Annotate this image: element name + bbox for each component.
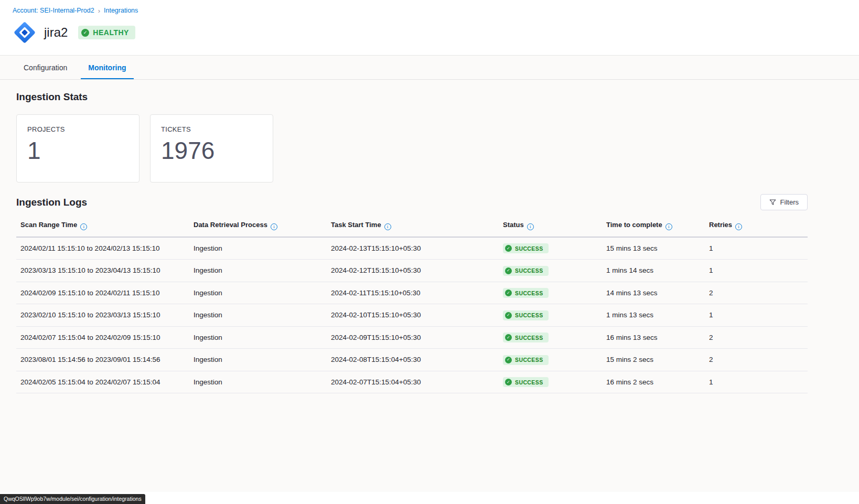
retries-cell: 2 — [705, 349, 808, 371]
filters-button[interactable]: Filters — [760, 194, 808, 210]
table-row: 2024/02/11 15:15:10 to 2024/02/13 15:15:… — [16, 237, 808, 260]
table-row: 2023/03/13 15:15:10 to 2023/04/13 15:15:… — [16, 260, 808, 282]
retries-cell: 1 — [705, 371, 808, 393]
check-icon: ✓ — [505, 245, 512, 252]
status-cell: ✓SUCCESS — [499, 349, 602, 371]
retries-cell: 1 — [705, 260, 808, 282]
status-badge: ✓SUCCESS — [503, 333, 549, 342]
col-retries: Retriesi — [705, 215, 808, 237]
process-cell: Ingestion — [189, 237, 327, 260]
col-data-retrieval-process: Data Retrieval Processi — [189, 215, 327, 237]
ingestion-logs-header-row: Ingestion Logs Filters — [16, 194, 808, 210]
task-start-cell: 2024-02-07T15:15:04+05:30 — [327, 371, 499, 393]
task-start-cell: 2024-02-11T15:15:10+05:30 — [327, 282, 499, 304]
check-icon: ✓ — [505, 312, 512, 319]
table-row: 2024/02/05 15:15:04 to 2024/02/07 15:15:… — [16, 371, 808, 393]
table-row: 2023/02/10 15:15:10 to 2023/03/13 15:15:… — [16, 304, 808, 327]
info-icon[interactable]: i — [665, 223, 672, 230]
scan-range-cell: 2023/03/13 15:15:10 to 2023/04/13 15:15:… — [16, 260, 189, 282]
health-status-label: HEALTHY — [93, 28, 129, 37]
col-scan-range-time: Scan Range Timei — [16, 215, 189, 237]
time-to-complete-cell: 16 mins 2 secs — [602, 371, 705, 393]
info-icon[interactable]: i — [271, 223, 277, 230]
page-title: jira2 — [44, 25, 68, 40]
status-badge: ✓SUCCESS — [503, 243, 549, 253]
info-icon[interactable]: i — [735, 223, 742, 230]
time-to-complete-cell: 1 mins 13 secs — [602, 304, 705, 327]
status-badge: ✓SUCCESS — [503, 288, 549, 298]
col-status: Statusi — [499, 215, 602, 237]
scan-range-cell: 2023/08/01 15:14:56 to 2023/09/01 15:14:… — [16, 349, 189, 371]
stat-card-label: PROJECTS — [27, 125, 128, 133]
tabs-bar: Configuration Monitoring — [0, 56, 859, 80]
filter-funnel-icon — [769, 199, 776, 206]
monitoring-content: Ingestion Stats PROJECTS 1 TICKETS 1976 … — [0, 80, 859, 393]
task-start-cell: 2024-02-13T15:15:10+05:30 — [327, 237, 499, 260]
info-icon[interactable]: i — [80, 223, 87, 230]
check-icon: ✓ — [505, 267, 512, 274]
scan-range-cell: 2024/02/09 15:15:10 to 2024/02/11 15:15:… — [16, 282, 189, 304]
info-icon[interactable]: i — [527, 223, 534, 230]
table-row: 2024/02/07 15:15:04 to 2024/02/09 15:15:… — [16, 326, 808, 349]
health-status-badge: ✓ HEALTHY — [78, 26, 135, 39]
retries-cell: 1 — [705, 304, 808, 327]
tab-configuration[interactable]: Configuration — [16, 56, 74, 79]
status-badge: ✓SUCCESS — [503, 266, 549, 276]
time-to-complete-cell: 1 mins 14 secs — [602, 260, 705, 282]
process-cell: Ingestion — [189, 260, 327, 282]
link-preview-statusbar: QwqOSlIWp9ob7w/module/sei/configuration/… — [0, 494, 145, 504]
status-badge: ✓SUCCESS — [503, 377, 549, 387]
check-icon: ✓ — [81, 29, 89, 37]
col-time-to-complete: Time to completei — [602, 215, 705, 237]
time-to-complete-cell: 15 mins 13 secs — [602, 237, 705, 260]
table-row: 2023/08/01 15:14:56 to 2023/09/01 15:14:… — [16, 349, 808, 371]
process-cell: Ingestion — [189, 282, 327, 304]
stat-card-label: TICKETS — [161, 125, 262, 133]
task-start-cell: 2024-02-12T15:15:10+05:30 — [327, 260, 499, 282]
task-start-cell: 2024-02-08T15:15:04+05:30 — [327, 349, 499, 371]
scan-range-cell: 2023/02/10 15:15:10 to 2023/03/13 15:15:… — [16, 304, 189, 327]
chevron-right-icon: › — [98, 7, 100, 14]
filters-button-label: Filters — [780, 198, 799, 206]
task-start-cell: 2024-02-09T15:15:10+05:30 — [327, 326, 499, 349]
process-cell: Ingestion — [189, 371, 327, 393]
status-badge: ✓SUCCESS — [503, 355, 549, 365]
jira-logo-icon — [13, 20, 37, 45]
time-to-complete-cell: 16 mins 13 secs — [602, 326, 705, 349]
status-badge: ✓SUCCESS — [503, 310, 549, 320]
breadcrumb: Account: SEI-Internal-Prod2 › Integratio… — [13, 7, 846, 14]
check-icon: ✓ — [505, 357, 512, 363]
table-row: 2024/02/09 15:15:10 to 2024/02/11 15:15:… — [16, 282, 808, 304]
stat-card-value: 1976 — [161, 138, 262, 163]
process-cell: Ingestion — [189, 304, 327, 327]
status-cell: ✓SUCCESS — [499, 260, 602, 282]
status-cell: ✓SUCCESS — [499, 237, 602, 260]
scan-range-cell: 2024/02/05 15:15:04 to 2024/02/07 15:15:… — [16, 371, 189, 393]
process-cell: Ingestion — [189, 326, 327, 349]
ingestion-logs-table: Scan Range Timei Data Retrieval Processi… — [16, 215, 808, 393]
col-task-start-time: Task Start Timei — [327, 215, 499, 237]
retries-cell: 2 — [705, 326, 808, 349]
time-to-complete-cell: 15 mins 2 secs — [602, 349, 705, 371]
breadcrumb-integrations-link[interactable]: Integrations — [104, 7, 138, 14]
ingestion-stats-heading: Ingestion Stats — [16, 91, 808, 103]
integration-title-row: jira2 ✓ HEALTHY — [13, 20, 846, 45]
stat-card-tickets: TICKETS 1976 — [150, 114, 273, 183]
info-icon[interactable]: i — [384, 223, 391, 230]
status-cell: ✓SUCCESS — [499, 304, 602, 327]
scan-range-cell: 2024/02/11 15:15:10 to 2024/02/13 15:15:… — [16, 237, 189, 260]
task-start-cell: 2024-02-10T15:15:10+05:30 — [327, 304, 499, 327]
stat-card-value: 1 — [27, 138, 128, 163]
status-cell: ✓SUCCESS — [499, 371, 602, 393]
tab-monitoring[interactable]: Monitoring — [81, 56, 133, 79]
stats-cards-row: PROJECTS 1 TICKETS 1976 — [16, 114, 808, 183]
process-cell: Ingestion — [189, 349, 327, 371]
breadcrumb-account-link[interactable]: Account: SEI-Internal-Prod2 — [13, 7, 94, 14]
status-cell: ✓SUCCESS — [499, 282, 602, 304]
retries-cell: 2 — [705, 282, 808, 304]
ingestion-logs-heading: Ingestion Logs — [16, 197, 87, 208]
check-icon: ✓ — [505, 379, 512, 385]
status-cell: ✓SUCCESS — [499, 326, 602, 349]
scan-range-cell: 2024/02/07 15:15:04 to 2024/02/09 15:15:… — [16, 326, 189, 349]
stat-card-projects: PROJECTS 1 — [16, 114, 139, 183]
